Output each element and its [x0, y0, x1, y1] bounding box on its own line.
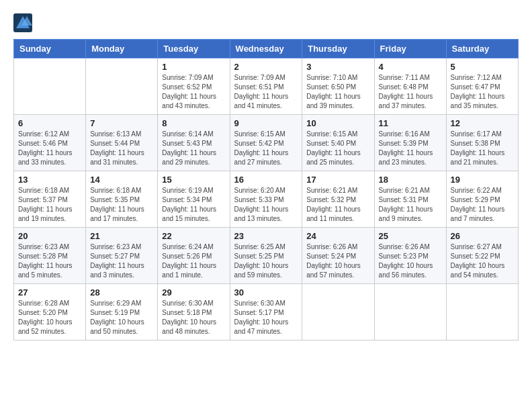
empty-cell [446, 284, 518, 340]
day-number: 9 [234, 118, 298, 128]
day-number: 13 [18, 175, 81, 185]
day-number: 16 [234, 175, 298, 185]
day-number: 27 [18, 287, 81, 298]
day-info: Sunrise: 6:23 AM Sunset: 5:27 PM Dayligh… [90, 242, 153, 280]
day-cell: 5Sunrise: 7:12 AM Sunset: 6:47 PM Daylig… [446, 58, 518, 115]
day-cell: 28Sunrise: 6:29 AM Sunset: 5:19 PM Dayli… [86, 284, 158, 340]
day-info: Sunrise: 7:10 AM Sunset: 6:50 PM Dayligh… [306, 73, 369, 111]
day-cell: 13Sunrise: 6:18 AM Sunset: 5:37 PM Dayli… [14, 171, 86, 228]
day-info: Sunrise: 6:19 AM Sunset: 5:34 PM Dayligh… [162, 186, 225, 224]
day-number: 17 [306, 175, 369, 185]
day-info: Sunrise: 6:27 AM Sunset: 5:22 PM Dayligh… [451, 242, 514, 280]
day-number: 15 [162, 175, 225, 185]
day-cell: 16Sunrise: 6:20 AM Sunset: 5:33 PM Dayli… [230, 171, 302, 228]
calendar-week-row: 1Sunrise: 7:09 AM Sunset: 6:52 PM Daylig… [14, 58, 519, 115]
day-cell: 19Sunrise: 6:22 AM Sunset: 5:29 PM Dayli… [446, 171, 518, 228]
calendar-header-row: SundayMondayTuesdayWednesdayThursdayFrid… [14, 40, 519, 58]
logo [13, 13, 35, 32]
day-info: Sunrise: 6:24 AM Sunset: 5:26 PM Dayligh… [162, 242, 225, 280]
day-number: 11 [379, 118, 442, 128]
day-number: 26 [451, 231, 514, 241]
day-number: 6 [18, 118, 81, 128]
day-info: Sunrise: 7:12 AM Sunset: 6:47 PM Dayligh… [451, 73, 514, 111]
empty-cell [14, 58, 86, 115]
day-cell: 25Sunrise: 6:26 AM Sunset: 5:23 PM Dayli… [374, 228, 446, 284]
day-number: 8 [162, 118, 225, 128]
day-number: 10 [306, 118, 369, 128]
column-header-sunday: Sunday [14, 40, 86, 58]
page-header [13, 13, 519, 32]
column-header-thursday: Thursday [302, 40, 374, 58]
calendar-week-row: 20Sunrise: 6:23 AM Sunset: 5:28 PM Dayli… [14, 228, 519, 284]
day-info: Sunrise: 6:25 AM Sunset: 5:25 PM Dayligh… [234, 242, 298, 280]
day-info: Sunrise: 7:09 AM Sunset: 6:51 PM Dayligh… [234, 73, 298, 111]
day-cell: 4Sunrise: 7:11 AM Sunset: 6:48 PM Daylig… [374, 58, 446, 115]
day-number: 23 [234, 231, 298, 241]
day-info: Sunrise: 6:30 AM Sunset: 5:18 PM Dayligh… [162, 299, 225, 336]
day-info: Sunrise: 6:23 AM Sunset: 5:28 PM Dayligh… [18, 242, 81, 280]
day-cell: 1Sunrise: 7:09 AM Sunset: 6:52 PM Daylig… [158, 58, 230, 115]
day-info: Sunrise: 6:22 AM Sunset: 5:29 PM Dayligh… [451, 186, 514, 224]
day-number: 1 [162, 62, 225, 72]
calendar-week-row: 27Sunrise: 6:28 AM Sunset: 5:20 PM Dayli… [14, 284, 519, 340]
day-cell: 23Sunrise: 6:25 AM Sunset: 5:25 PM Dayli… [230, 228, 302, 284]
day-cell: 14Sunrise: 6:18 AM Sunset: 5:35 PM Dayli… [86, 171, 158, 228]
column-header-monday: Monday [86, 40, 158, 58]
day-cell: 9Sunrise: 6:15 AM Sunset: 5:42 PM Daylig… [230, 115, 302, 171]
column-header-friday: Friday [374, 40, 446, 58]
day-cell: 27Sunrise: 6:28 AM Sunset: 5:20 PM Dayli… [14, 284, 86, 340]
column-header-tuesday: Tuesday [158, 40, 230, 58]
day-info: Sunrise: 6:26 AM Sunset: 5:23 PM Dayligh… [379, 242, 442, 280]
day-cell: 6Sunrise: 6:12 AM Sunset: 5:46 PM Daylig… [14, 115, 86, 171]
day-info: Sunrise: 6:15 AM Sunset: 5:42 PM Dayligh… [234, 130, 298, 167]
day-info: Sunrise: 6:18 AM Sunset: 5:37 PM Dayligh… [18, 186, 81, 224]
day-info: Sunrise: 6:15 AM Sunset: 5:40 PM Dayligh… [306, 130, 369, 167]
calendar-week-row: 6Sunrise: 6:12 AM Sunset: 5:46 PM Daylig… [14, 115, 519, 171]
day-cell: 3Sunrise: 7:10 AM Sunset: 6:50 PM Daylig… [302, 58, 374, 115]
day-info: Sunrise: 6:12 AM Sunset: 5:46 PM Dayligh… [18, 130, 81, 167]
day-cell: 17Sunrise: 6:21 AM Sunset: 5:32 PM Dayli… [302, 171, 374, 228]
day-number: 18 [379, 175, 442, 185]
day-cell: 26Sunrise: 6:27 AM Sunset: 5:22 PM Dayli… [446, 228, 518, 284]
day-number: 24 [306, 231, 369, 241]
day-cell: 7Sunrise: 6:13 AM Sunset: 5:44 PM Daylig… [86, 115, 158, 171]
day-info: Sunrise: 6:26 AM Sunset: 5:24 PM Dayligh… [306, 242, 369, 280]
day-cell: 29Sunrise: 6:30 AM Sunset: 5:18 PM Dayli… [158, 284, 230, 340]
empty-cell [302, 284, 374, 340]
day-info: Sunrise: 6:30 AM Sunset: 5:17 PM Dayligh… [234, 299, 298, 336]
day-number: 20 [18, 231, 81, 241]
day-cell: 21Sunrise: 6:23 AM Sunset: 5:27 PM Dayli… [86, 228, 158, 284]
day-number: 29 [162, 287, 225, 298]
day-info: Sunrise: 6:29 AM Sunset: 5:19 PM Dayligh… [90, 299, 153, 336]
day-cell: 15Sunrise: 6:19 AM Sunset: 5:34 PM Dayli… [158, 171, 230, 228]
day-number: 14 [90, 175, 153, 185]
day-number: 3 [306, 62, 369, 72]
column-header-wednesday: Wednesday [230, 40, 302, 58]
day-number: 2 [234, 62, 298, 72]
day-cell: 11Sunrise: 6:16 AM Sunset: 5:39 PM Dayli… [374, 115, 446, 171]
day-cell: 2Sunrise: 7:09 AM Sunset: 6:51 PM Daylig… [230, 58, 302, 115]
day-number: 21 [90, 231, 153, 241]
day-info: Sunrise: 6:20 AM Sunset: 5:33 PM Dayligh… [234, 186, 298, 224]
day-cell: 22Sunrise: 6:24 AM Sunset: 5:26 PM Dayli… [158, 228, 230, 284]
day-info: Sunrise: 7:11 AM Sunset: 6:48 PM Dayligh… [379, 73, 442, 111]
day-info: Sunrise: 6:13 AM Sunset: 5:44 PM Dayligh… [90, 130, 153, 167]
day-cell: 24Sunrise: 6:26 AM Sunset: 5:24 PM Dayli… [302, 228, 374, 284]
day-number: 12 [451, 118, 514, 128]
day-info: Sunrise: 6:21 AM Sunset: 5:31 PM Dayligh… [379, 186, 442, 224]
day-number: 25 [379, 231, 442, 241]
day-number: 28 [90, 287, 153, 298]
day-cell: 20Sunrise: 6:23 AM Sunset: 5:28 PM Dayli… [14, 228, 86, 284]
day-cell: 18Sunrise: 6:21 AM Sunset: 5:31 PM Dayli… [374, 171, 446, 228]
day-number: 4 [379, 62, 442, 72]
day-info: Sunrise: 6:16 AM Sunset: 5:39 PM Dayligh… [379, 130, 442, 167]
day-info: Sunrise: 6:18 AM Sunset: 5:35 PM Dayligh… [90, 186, 153, 224]
day-number: 19 [451, 175, 514, 185]
day-cell: 12Sunrise: 6:17 AM Sunset: 5:38 PM Dayli… [446, 115, 518, 171]
day-number: 7 [90, 118, 153, 128]
empty-cell [86, 58, 158, 115]
empty-cell [374, 284, 446, 340]
calendar-week-row: 13Sunrise: 6:18 AM Sunset: 5:37 PM Dayli… [14, 171, 519, 228]
calendar-table: SundayMondayTuesdayWednesdayThursdayFrid… [13, 39, 519, 340]
day-cell: 10Sunrise: 6:15 AM Sunset: 5:40 PM Dayli… [302, 115, 374, 171]
